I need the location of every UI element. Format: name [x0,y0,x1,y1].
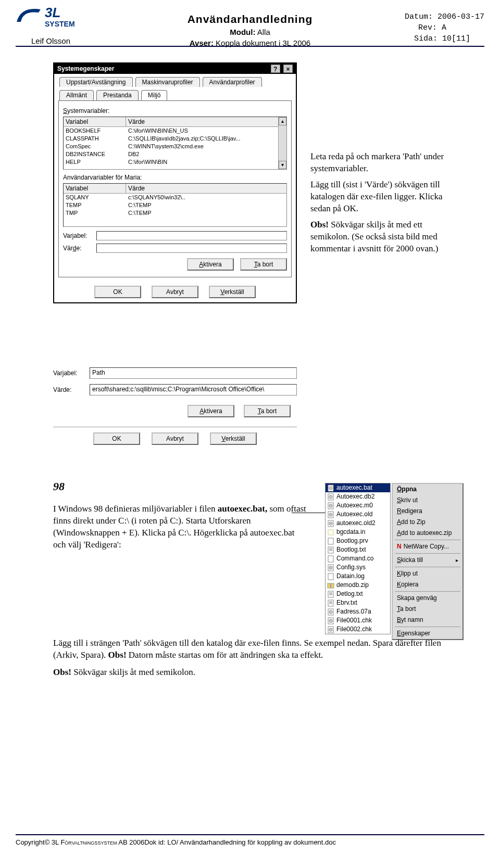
list-row[interactable]: ComSpecC:\WINNT\system32\cmd.exe [64,143,286,150]
file-icon [327,502,334,509]
file-item[interactable]: Datain.log [326,572,390,581]
dialog-title: Systemegenskaper [57,65,114,72]
variable-label: Varjabel: [53,369,84,377]
apply-button[interactable]: Verkställ [209,286,256,298]
help-button[interactable]: ? [271,65,280,73]
section-98: 98 I Windows 98 definieras miljövariable… [53,479,308,559]
file-icon [327,608,334,616]
menu-item[interactable]: Ta bort [393,604,463,615]
col-value: Värde [126,184,286,193]
file-item[interactable]: Autoexec.db2 [326,492,390,501]
menu-item[interactable]: Skicka till [393,555,463,566]
file-item[interactable]: Ebrv.txt [326,598,390,607]
annot-p1: Leta reda på och markera 'Path' under sy… [310,151,446,175]
file-item[interactable]: Command.co [326,554,390,563]
menu-item[interactable]: Byt namn [393,615,463,626]
file-item[interactable]: autoexec.bat [326,483,390,492]
scrollbar[interactable]: ▴▾ [278,117,286,169]
svg-point-38 [330,611,331,612]
tab-body: SSystemvariabler:ystemvariabler: Variabe… [58,100,292,277]
value-input[interactable] [96,244,287,253]
uservars-listbox[interactable]: Variabel Värde SQLANYc:\SQLANY50\win32\.… [63,183,287,227]
value-label: Värde: [63,245,93,252]
list-row[interactable]: HELPC:\ifor\WIN\BIN [64,158,286,166]
col-variable: Variabel [64,184,126,193]
menu-item[interactable]: Skriv ut [393,495,463,506]
list-row[interactable]: SQLANYc:\SQLANY50\win32\.. [64,194,286,201]
file-item[interactable]: Autoexec.m0 [326,501,390,510]
svg-point-14 [330,523,331,524]
tab-performance[interactable]: Prestanda [96,90,139,100]
svg-rect-16 [328,538,333,544]
footer-left: Copyright© 3L Förvaltningssystem AB 2006… [16,838,336,846]
file-item[interactable]: Fadress.07a [326,607,390,616]
variable-input[interactable]: Path [90,367,297,379]
list-row[interactable]: CLASSPATHC:\SQLLIB\java\db2java.zip;C:\S… [64,135,286,143]
meta-block: Datum: 2006-03-17 Rev: A Sida: 10[11] [405,11,484,44]
file-icon [327,582,334,589]
ok-button[interactable]: OK [93,432,140,445]
svg-rect-15 [328,530,333,535]
menu-item[interactable]: Redigera [393,506,463,517]
list-row[interactable]: BOOKSHELFC:\ifor\WIN\BIN\EN_US [64,127,286,135]
file-icon [327,520,334,527]
close-button[interactable]: × [283,65,293,73]
file-item[interactable]: Detlog.txt [326,590,390,598]
variable-input[interactable] [96,231,287,240]
sysvars-listbox[interactable]: Variabel Värde BOOKSHELFC:\ifor\WIN\BIN\… [63,117,287,170]
value-input[interactable]: ersoft\shared;c:\sqllib\misc;C:\Program\… [90,384,297,395]
apply-button[interactable]: Verkställ [210,432,257,445]
bottom-p2: Obs! Sökvägar skiljs åt med semikolon. [53,667,447,679]
tab-environment[interactable]: Miljö [141,90,168,100]
list-row[interactable]: TEMPC:\TEMP [64,201,286,209]
file-icon [327,555,334,563]
cancel-button[interactable]: Avbryt [152,286,198,298]
menu-item[interactable]: Add to autoexec.zip [393,528,463,539]
context-menu[interactable]: ÖppnaSkriv utRedigeraAdd to ZipAdd to au… [392,483,464,640]
scroll-up-icon[interactable]: ▴ [279,117,286,125]
remove-button[interactable]: Ta bort [244,405,291,417]
menu-item[interactable]: Klipp ut [393,568,463,579]
file-item[interactable]: autoexec.old2 [326,519,390,528]
file-icon [327,599,334,607]
file-item[interactable]: Bootlog.txt [326,545,390,554]
svg-point-41 [330,620,331,621]
cancel-button[interactable]: Avbryt [152,432,198,445]
file-item[interactable]: demodb.zip [326,581,390,590]
file-item[interactable]: File0002.chk [326,625,390,634]
scroll-down-icon[interactable]: ▾ [279,161,286,169]
annotation-1: Leta reda på och markera 'Path' under sy… [310,151,446,259]
dialog-titlebar: Systemegenskaper ? × [54,63,296,74]
remove-button[interactable]: Ta bort [240,258,287,271]
tab-general[interactable]: Allmänt [59,90,94,100]
section-body: I Windows 98 definieras miljövariabler i… [53,503,308,551]
file-item[interactable]: Autoexec.old [326,510,390,519]
page-footer: Copyright© 3L Förvaltningssystem AB 2006… [16,834,484,846]
file-item[interactable]: bgcdata.in [326,528,390,537]
svg-point-5 [330,496,331,497]
file-item[interactable]: Config.sys [326,563,390,572]
file-item[interactable]: File0001.chk [326,616,390,625]
tab-startup[interactable]: Uppstart/Avstängning [59,77,133,87]
tab-userprofiles[interactable]: Användarprofiler [203,77,262,87]
activate-button[interactable]: Aktivera [188,405,234,417]
svg-point-24 [330,567,331,568]
activate-button[interactable]: Aktivera [187,258,234,271]
sysvars-label: SSystemvariabler:ystemvariabler: [63,107,287,114]
list-row[interactable]: TMPC:\TEMP [64,209,286,217]
menu-item[interactable]: Kopiera [393,579,463,590]
ok-button[interactable]: OK [94,286,141,298]
tab-row-2: Allmänt Prestanda Miljö [54,87,296,100]
file-item[interactable]: Bootlog.prv [326,537,390,545]
tab-hwprofiles[interactable]: Maskinvaruprofiler [135,77,200,87]
variable-label: Varjabel: [63,232,93,239]
explorer-file-list[interactable]: autoexec.batAutoexec.db2Autoexec.m0Autoe… [325,483,391,634]
list-row[interactable]: DB2INSTANCEDB2 [64,150,286,158]
menu-item[interactable]: Öppna [393,484,463,495]
tab-row-1: Uppstart/Avstängning Maskinvaruprofiler … [54,74,296,87]
menu-item[interactable]: Add to Zip [393,517,463,528]
dialog-bottom-buttons: OK Avbryt Verkställ [54,282,296,302]
menu-item[interactable]: NNetWare Copy... [393,541,463,552]
menu-separator [395,591,460,592]
menu-item[interactable]: Skapa genväg [393,593,463,604]
